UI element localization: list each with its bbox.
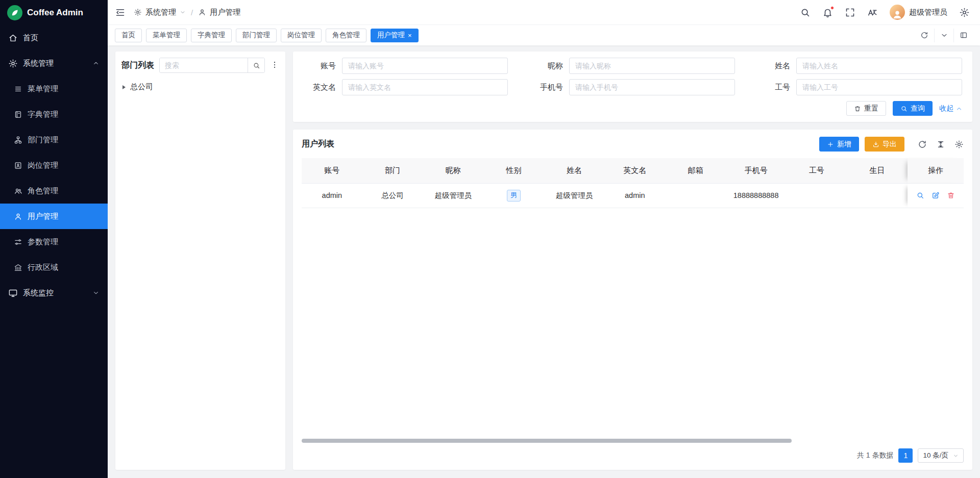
user-table: 账号 部门 昵称 性别 姓名 英文名 邮箱 手机号 工号 生日 操作	[302, 158, 964, 208]
refresh-tab-icon[interactable]	[915, 29, 934, 42]
search-icon[interactable]	[800, 7, 811, 18]
breadcrumb-current: 用户管理	[210, 8, 240, 17]
tab-label: 部门管理	[242, 31, 270, 40]
sidebar-item-label: 系统监控	[23, 288, 54, 298]
layout-panel-icon[interactable]	[953, 29, 973, 42]
cell-work-no	[787, 183, 847, 208]
field-label: 工号	[757, 83, 790, 92]
translate-icon[interactable]	[867, 7, 878, 18]
field-label: 昵称	[530, 61, 563, 71]
sidebar-item-system-monitor[interactable]: 系统监控	[0, 280, 108, 306]
cell-actions	[908, 183, 964, 208]
user-menu[interactable]: 超级管理员	[890, 5, 947, 20]
notification-bell-icon[interactable]	[822, 7, 833, 18]
view-row-icon[interactable]	[916, 191, 924, 199]
sidebar-item-label: 行政区域	[28, 263, 58, 272]
delete-row-icon[interactable]	[947, 191, 955, 199]
tab-dict-mgmt[interactable]: 字典管理	[191, 29, 232, 42]
table-tool-icons	[918, 140, 964, 149]
row-density-icon[interactable]	[936, 140, 945, 149]
more-options-icon[interactable]	[270, 60, 279, 70]
filter-actions: 重置 查询 收起	[303, 101, 962, 116]
english-name-input[interactable]	[342, 79, 508, 95]
sidebar-item-admin-region[interactable]: 行政区域	[0, 255, 108, 280]
collapse-filter-link[interactable]: 收起	[939, 104, 962, 113]
col-work-no: 工号	[787, 158, 847, 183]
col-gender: 性别	[483, 158, 544, 183]
export-button[interactable]: 导出	[865, 137, 904, 152]
sidebar-item-home[interactable]: 首页	[0, 25, 108, 51]
user-list-panel: 用户列表 新增 导出	[293, 130, 972, 470]
tab-label: 用户管理	[377, 31, 405, 40]
reset-button-label: 重置	[864, 104, 878, 113]
filter-form: 账号 昵称 姓名 英文名	[303, 58, 962, 95]
breadcrumb-item[interactable]: 系统管理	[145, 8, 176, 17]
name-input[interactable]	[796, 58, 962, 74]
tab-label: 菜单管理	[153, 31, 180, 40]
phone-field: 手机号	[530, 79, 735, 95]
sidebar-item-user-mgmt[interactable]: 用户管理	[0, 204, 108, 229]
sidebar-item-menu-mgmt[interactable]: 菜单管理	[0, 76, 108, 102]
close-tab-icon[interactable]: ×	[408, 32, 412, 39]
gear-icon	[8, 59, 18, 68]
refresh-table-icon[interactable]	[918, 140, 927, 149]
scrollbar-thumb[interactable]	[302, 439, 792, 443]
tab-bar-controls	[915, 29, 973, 42]
edit-row-icon[interactable]	[932, 191, 940, 199]
chevron-down-icon	[92, 289, 100, 296]
sidebar-item-param-mgmt[interactable]: 参数管理	[0, 229, 108, 255]
page-content: 部门列表 总公司 账号	[108, 45, 980, 478]
tree-search-button[interactable]	[248, 58, 264, 72]
col-email: 邮箱	[665, 158, 726, 183]
menu-list-icon	[14, 85, 22, 93]
page-size-value: 10 条/页	[923, 451, 948, 460]
cell-nickname: 超级管理员	[423, 183, 483, 208]
tab-label: 字典管理	[198, 31, 225, 40]
tree-node-head-office[interactable]: 总公司	[121, 81, 279, 93]
work-no-input[interactable]	[796, 79, 962, 95]
phone-input[interactable]	[569, 79, 735, 95]
tab-post-mgmt[interactable]: 岗位管理	[281, 29, 322, 42]
tabs-dropdown-chevron-icon[interactable]	[934, 29, 953, 42]
caret-right-icon[interactable]	[122, 85, 126, 89]
collapse-sidebar-icon[interactable]	[115, 7, 126, 18]
page-size-select[interactable]: 10 条/页	[918, 448, 964, 463]
add-user-button[interactable]: 新增	[819, 137, 859, 152]
tab-role-mgmt[interactable]: 角色管理	[326, 29, 366, 42]
trash-icon	[854, 105, 861, 112]
user-icon	[14, 212, 22, 221]
account-input[interactable]	[342, 58, 508, 74]
app-root: Coffee Admin 首页 系统管理 菜单管理 字典管理 部门	[0, 0, 980, 478]
col-phone: 手机号	[726, 158, 787, 183]
download-icon	[872, 141, 879, 148]
sidebar-item-label: 菜单管理	[28, 84, 58, 94]
tab-user-mgmt[interactable]: 用户管理 ×	[371, 29, 419, 42]
page-1-button[interactable]: 1	[898, 448, 913, 463]
col-account: 账号	[302, 158, 362, 183]
sidebar-item-system-mgmt[interactable]: 系统管理	[0, 51, 108, 76]
user-list-actions: 新增 导出	[819, 137, 964, 152]
breadcrumb: 系统管理 / 用户管理	[134, 8, 240, 17]
sidebar-item-dict-mgmt[interactable]: 字典管理	[0, 102, 108, 127]
sliders-icon	[14, 238, 22, 246]
reset-button[interactable]: 重置	[846, 101, 886, 116]
tree-node-label: 总公司	[130, 82, 153, 92]
chevron-up-icon	[956, 106, 962, 112]
tree-search-input[interactable]	[160, 58, 248, 72]
username: 超级管理员	[909, 8, 947, 17]
fullscreen-icon[interactable]	[845, 7, 855, 18]
sidebar-item-label: 参数管理	[28, 237, 58, 247]
sidebar-item-role-mgmt[interactable]: 角色管理	[0, 178, 108, 204]
column-settings-gear-icon[interactable]	[954, 140, 964, 149]
sidebar-item-dept-mgmt[interactable]: 部门管理	[0, 127, 108, 153]
nickname-input[interactable]	[569, 58, 735, 74]
sidebar-item-post-mgmt[interactable]: 岗位管理	[0, 153, 108, 178]
field-label: 姓名	[757, 61, 790, 71]
app-logo[interactable]: Coffee Admin	[0, 0, 108, 25]
tab-menu-mgmt[interactable]: 菜单管理	[146, 29, 187, 42]
tab-home[interactable]: 首页	[115, 29, 142, 42]
export-button-label: 导出	[883, 140, 897, 149]
search-button[interactable]: 查询	[893, 101, 933, 116]
tab-dept-mgmt[interactable]: 部门管理	[236, 29, 277, 42]
settings-gear-icon[interactable]	[959, 7, 970, 18]
